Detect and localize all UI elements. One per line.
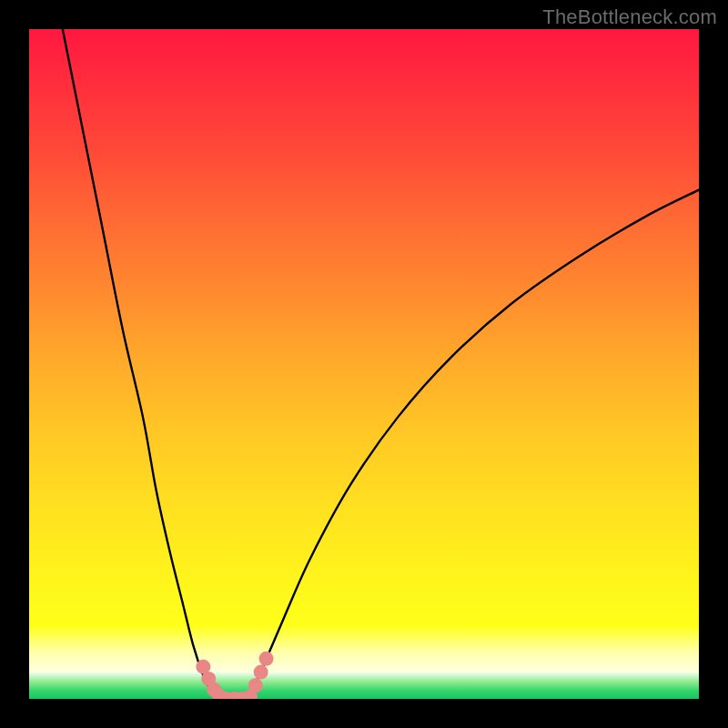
- watermark-text: TheBottleneck.com: [542, 5, 717, 29]
- chart-svg: [29, 29, 699, 699]
- valley-marker-dot: [259, 652, 274, 666]
- valley-marker-dot: [248, 678, 263, 693]
- valley-marker-dot: [254, 665, 268, 680]
- series-left-branch: [63, 29, 217, 699]
- plot-area: [29, 29, 699, 699]
- valley-markers: [196, 652, 273, 699]
- series-right-branch: [250, 190, 699, 699]
